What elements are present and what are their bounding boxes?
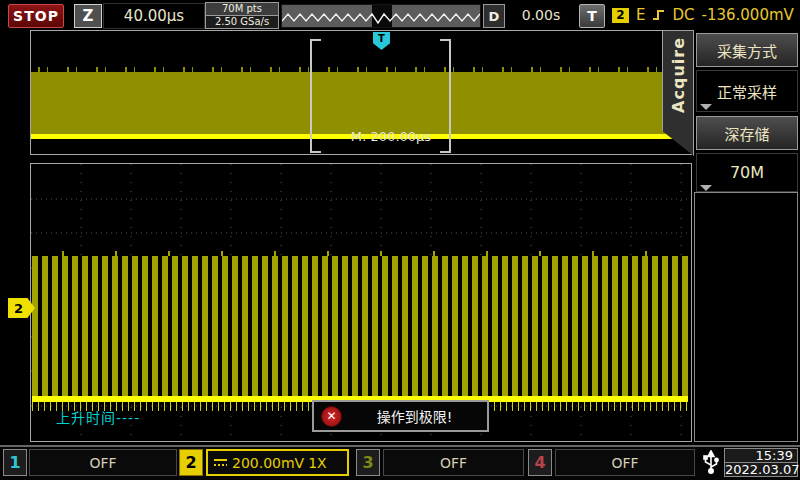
channel2-trace	[32, 256, 688, 396]
usb-icon	[702, 450, 720, 476]
memory-depth-value: 70M pts	[205, 2, 279, 16]
usb-slot	[700, 448, 722, 477]
run-state-button[interactable]: STOP	[8, 4, 64, 28]
horizontal-offset-readout: 0.00s	[508, 3, 574, 27]
alert-message: 操作到极限!	[342, 406, 487, 426]
oscilloscope-screen: STOP Z 40.00µs 70M pts 2.50 GSa/s D 0.00…	[0, 0, 800, 480]
channel1-status[interactable]: OFF	[29, 449, 177, 476]
waveform-overview-strip	[281, 4, 481, 28]
zoom-window-scale-label: M: 200.00µs	[331, 129, 451, 144]
rising-edge-icon	[652, 8, 665, 22]
trigger-source-badge: 2	[612, 8, 629, 23]
channel4-status[interactable]: OFF	[555, 449, 695, 476]
trigger-type: E	[636, 6, 645, 24]
menu-panel-body	[694, 192, 798, 442]
trigger-level: -136.000mV	[702, 6, 794, 24]
overview-zigzag-icon	[282, 5, 480, 27]
channel1-badge[interactable]: 1	[3, 449, 27, 476]
channel3-status[interactable]: OFF	[383, 449, 524, 476]
clock-date: 2022.03.07	[724, 463, 798, 477]
menu-item-deep-memory[interactable]: 深存储	[696, 116, 798, 150]
channel2-badge[interactable]: 2	[179, 449, 203, 476]
trigger-menu-button[interactable]: T	[579, 4, 605, 28]
datetime-box: 15:39 2022.03.07	[724, 448, 798, 478]
channel2-probe: 1X	[308, 455, 327, 471]
trigger-position-flag[interactable]: T	[373, 32, 390, 50]
alert-toast: ✕ 操作到极限!	[312, 400, 489, 432]
channel2-status[interactable]: 200.00mV 1X	[206, 449, 349, 476]
timebase-readout: 40.00µs	[103, 3, 205, 29]
zoom-window-left-bracket	[310, 39, 321, 153]
menu-item-acquire-mode[interactable]: 采集方式	[696, 33, 798, 67]
waveform-preview-pane: T M: 200.00µs	[30, 30, 692, 155]
channel2-scale: 200.00mV	[232, 455, 304, 471]
memory-depth-box: 70M pts 2.50 GSa/s	[205, 2, 279, 28]
clock-time: 15:39	[724, 448, 798, 463]
zoom-mode-button[interactable]: Z	[74, 4, 102, 28]
chevron-down-icon	[700, 185, 712, 191]
trigger-readout: 2 E DC -136.000mV	[612, 3, 794, 27]
dc-coupling-icon	[213, 457, 228, 468]
chevron-down-icon	[700, 104, 712, 110]
trigger-coupling: DC	[672, 6, 694, 24]
channel3-badge[interactable]: 3	[356, 449, 380, 476]
menu-tab-label: Acquire	[669, 37, 688, 113]
channel4-badge[interactable]: 4	[528, 449, 552, 476]
error-icon: ✕	[321, 406, 342, 427]
sample-rate-value: 2.50 GSa/s	[205, 16, 279, 29]
rise-time-measurement: 上升时间----	[56, 407, 140, 427]
preview-trace-band	[31, 72, 689, 134]
delay-button[interactable]: D	[483, 4, 505, 28]
